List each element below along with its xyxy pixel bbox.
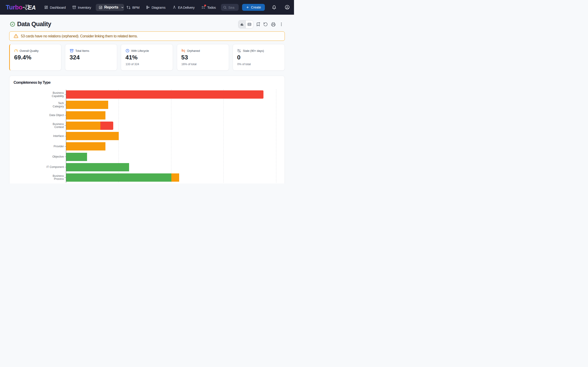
svg-text:EA: EA <box>28 4 36 11</box>
